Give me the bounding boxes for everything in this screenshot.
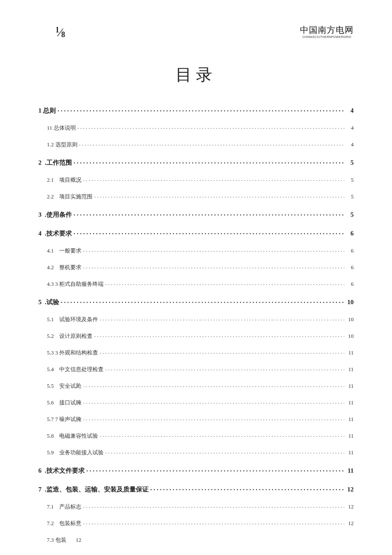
toc-entry-page: 10 [346, 317, 354, 322]
toc-entry-title: 中文信息处理检查 [54, 366, 104, 372]
toc-leader-dots [83, 176, 344, 182]
toc-leader-dots [83, 520, 344, 525]
toc-entry-title: 一般要求 [54, 248, 81, 253]
toc-entry: 5.6 接口试腌11 [38, 399, 354, 405]
toc-leader-dots [94, 332, 344, 338]
toc-entry: 4.1 一般要求6 [38, 247, 354, 253]
toc-entry-number: 1 [38, 108, 42, 114]
toc-entry-title: 7 噪声试腌 [54, 416, 81, 422]
toc-leader-dots [78, 124, 344, 130]
toc-leader-dots [150, 485, 344, 491]
toc-entry-number: 2.1 [47, 177, 54, 183]
page-number-fraction: 1⁄8 [55, 26, 65, 39]
toc-entry-number: 7.1 [47, 504, 54, 509]
toc-entry-title: 包装 [54, 537, 68, 543]
toc-entry: 6 .技术文件要求11 [38, 466, 354, 474]
toc-entry-page: 11 [346, 383, 354, 389]
fraction-denominator: 8 [61, 30, 65, 39]
toc-entry-title: .监造、包装、运输、安装及质量保证 [42, 486, 149, 493]
toc-entry-title: 整机要求 [54, 264, 81, 270]
toc-entry-title: 项目实施范围 [54, 194, 92, 199]
toc-entry-title: 电磁兼容性试验 [54, 433, 98, 439]
toc-leader-dots [58, 106, 344, 113]
toc-leader-dots [83, 247, 344, 253]
toc-entry-number: 2.2 [47, 194, 54, 199]
toc-entry: 1.2 选型原则4 [38, 141, 354, 147]
toc-entry-page: 6 [346, 281, 354, 287]
toc-entry-title: 3 柜式自助服务终端 [54, 281, 104, 287]
toc-entry-page: 4 [346, 108, 354, 114]
toc-entry: 5.9 业务功能接入试验11 [38, 449, 354, 455]
toc-entry: 5.2 设计原则检查10 [38, 332, 354, 339]
toc-leader-dots [79, 141, 345, 146]
toc-entry-page: 6 [346, 248, 354, 253]
toc-entry-title: .试验 [42, 299, 59, 305]
toc-entry-page: 11 [346, 433, 354, 439]
toc-entry-number: 4.3 [47, 281, 54, 287]
toc-entry-number: 5.3 [47, 350, 54, 355]
toc-entry: 4.2 整机要求6 [38, 264, 354, 270]
toc-entry-number: 5.8 [47, 433, 54, 439]
toc-leader-dots [100, 349, 344, 355]
toc-entry-number: 5.7 [47, 416, 54, 422]
toc-entry-number: 7.3 [47, 537, 54, 543]
toc-entry-number: 4 [38, 230, 42, 237]
toc-entry-page: 10 [346, 333, 354, 339]
toc-entry-page: 12 [346, 520, 354, 526]
toc-entry: 5.3 3 外观和结构检查11 [38, 349, 354, 355]
toc-entry-page: 4 [346, 142, 354, 147]
toc-entry-number: 11 [47, 125, 52, 131]
toc-entry: 5.7 7 噪声试腌11 [38, 416, 354, 422]
toc-entry-number: 5 [38, 299, 42, 305]
table-of-contents: 1 总则411 总体说明41.2 选型原则42 .工作范围52.1 项目概况52… [38, 106, 354, 543]
toc-entry-title: .技术文件要求 [42, 468, 85, 474]
toc-entry: 1 总则4 [38, 106, 354, 114]
toc-entry: 7.1 产品标志12 [38, 503, 354, 509]
toc-leader-dots [74, 229, 344, 235]
toc-entry-page: 11 [346, 350, 354, 355]
toc-entry-number: 5.6 [47, 400, 54, 405]
toc-entry-number: 5.5 [47, 383, 54, 389]
toc-entry-page: 6 [346, 230, 354, 237]
toc-entry-title: 总体说明 [52, 125, 76, 131]
toc-entry-number: 2 [38, 160, 42, 166]
toc-entry-title: .工作范围 [42, 160, 72, 166]
company-name-cn: 中国南方电网 [300, 26, 354, 34]
toc-entry-page: 12 [346, 486, 354, 493]
toc-entry-title: 设计原则检查 [54, 333, 92, 339]
toc-entry-title: 3 外观和结构检查 [54, 350, 98, 355]
toc-entry: 5.5 安全试跄11 [38, 382, 354, 389]
toc-entry-title: 试验环境及条件 [54, 317, 98, 322]
toc-leader-dots [100, 432, 344, 438]
toc-entry: 7 .监造、包装、运输、安装及质量保证12 [38, 485, 354, 493]
toc-leader-dots [83, 416, 344, 421]
toc-entry-page: 4 [346, 125, 354, 131]
toc-entry-page: 6 [346, 264, 354, 270]
toc-entry-page: 5 [346, 177, 354, 183]
toc-entry-title: 总则 [42, 108, 56, 114]
toc-entry-page: 11 [346, 366, 354, 372]
page-header: 1⁄8 中国南方电网 CHINASCXJTHERNPOWERGRID [38, 26, 354, 47]
toc-entry-title: .使用条件 [42, 212, 72, 218]
toc-leader-dots [94, 193, 344, 198]
toc-leader-dots [74, 210, 344, 217]
toc-entry-number: 5.2 [47, 333, 54, 339]
toc-entry-title: 业务功能接入试验 [54, 450, 104, 455]
toc-leader-dots [105, 280, 344, 286]
toc-entry-page: 12 [74, 537, 81, 543]
toc-entry: 5.1 试验环境及条件10 [38, 316, 354, 322]
toc-entry-title: 包装标意 [54, 520, 81, 526]
document-title: 目录 [38, 64, 354, 86]
document-page: 1⁄8 中国南方电网 CHINASCXJTHERNPOWERGRID 目录 1 … [0, 0, 392, 555]
toc-entry-title: 项目概况 [54, 177, 81, 183]
fraction-numerator: 1 [55, 26, 59, 34]
toc-entry-page: 12 [346, 504, 354, 509]
company-name-en: CHINASCXJTHERNPOWERGRID [300, 35, 354, 38]
toc-entry: 7.2 包装标意12 [38, 520, 354, 526]
toc-entry: 2.1 项目概况5 [38, 176, 354, 183]
toc-entry-number: 4.1 [47, 248, 54, 253]
toc-entry-number: 3 [38, 212, 42, 218]
toc-entry-number: 7.2 [47, 520, 54, 526]
toc-leader-dots [105, 449, 344, 454]
toc-entry: 7.3 包装 12 [38, 536, 354, 543]
